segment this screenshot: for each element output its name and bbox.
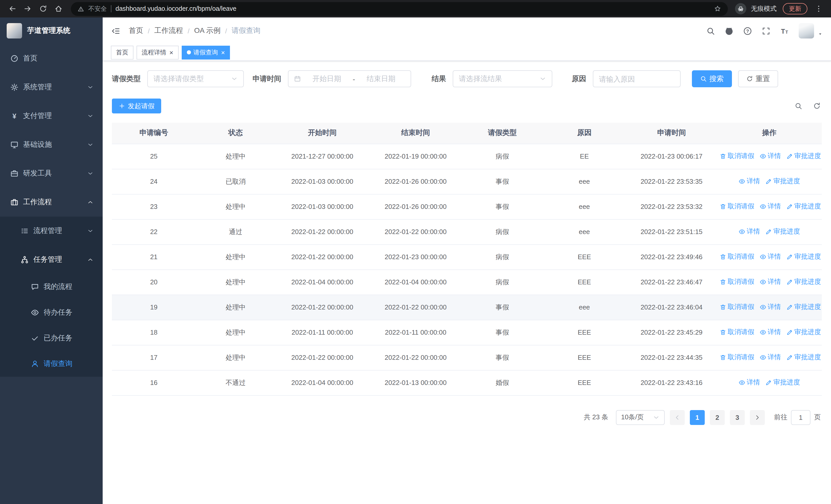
row-action-progress[interactable]: 审批进度 (765, 378, 800, 387)
browser-home-icon[interactable] (51, 2, 66, 16)
pen-icon (786, 254, 793, 260)
leave-type-select[interactable]: 请选择请假类型 (147, 70, 244, 87)
apply-time-range-picker[interactable]: 开始日期 - 结束日期 (288, 70, 411, 87)
help-icon[interactable]: ? (743, 26, 752, 35)
page-number-button[interactable]: 3 (730, 410, 745, 425)
reason-input[interactable] (599, 75, 675, 83)
bookmark-star-icon[interactable] (714, 5, 721, 12)
sidebar-item-请假查询[interactable]: 请假查询 (0, 351, 103, 377)
row-action-cancel[interactable]: 取消请假 (719, 152, 754, 161)
table-row[interactable]: 24已取消2022-01-03 00:00:002022-01-26 00:00… (112, 169, 822, 194)
page-number-button[interactable]: 1 (690, 410, 705, 425)
sidebar-item-系统管理[interactable]: 系统管理 (0, 73, 103, 101)
row-action-progress[interactable]: 审批进度 (765, 227, 800, 236)
breadcrumb-item[interactable]: 工作流程 (154, 26, 183, 35)
breadcrumb-item[interactable]: OA 示例 (194, 26, 221, 35)
font-size-icon[interactable]: TT (780, 26, 789, 35)
row-action-cancel[interactable]: 取消请假 (719, 277, 754, 287)
row-action-progress[interactable]: 审批进度 (786, 302, 821, 312)
tab-close-icon[interactable]: × (169, 49, 173, 56)
row-action-progress[interactable]: 审批进度 (786, 202, 821, 211)
row-action-progress[interactable]: 审批进度 (765, 177, 800, 186)
cell-apply-time: 2022-01-22 23:45:29 (626, 320, 717, 345)
browser-back-icon[interactable] (5, 2, 20, 16)
app-title: 芋道管理系统 (27, 26, 70, 35)
sidebar-item-研发工具[interactable]: 研发工具 (0, 159, 103, 188)
sidebar-item-已办任务[interactable]: 已办任务 (0, 325, 103, 351)
table-row[interactable]: 16不通过2022-01-04 00:00:002022-01-13 00:00… (112, 370, 822, 395)
table-row[interactable]: 21处理中2022-01-22 00:00:002022-01-23 00:00… (112, 244, 822, 269)
row-action-cancel[interactable]: 取消请假 (719, 202, 754, 211)
sidebar-item-基础设施[interactable]: 基础设施 (0, 130, 103, 159)
table-row[interactable]: 20处理中2022-01-04 00:00:002022-01-04 00:00… (112, 269, 822, 295)
row-action-detail[interactable]: 详情 (739, 378, 760, 387)
cell-actions: 详情审批进度 (717, 370, 822, 395)
browser-forward-icon[interactable] (21, 2, 35, 16)
reset-button[interactable]: 重置 (738, 70, 778, 87)
page-number-button[interactable]: 2 (710, 410, 725, 425)
tab-首页[interactable]: 首页 (111, 46, 134, 59)
toggle-search-icon[interactable] (795, 102, 802, 110)
goto-page-input[interactable] (791, 410, 810, 425)
table-row[interactable]: 22通过2022-01-22 00:00:002022-01-22 00:00:… (112, 219, 822, 244)
row-action-detail[interactable]: 详情 (760, 302, 781, 312)
logo[interactable]: 芋道管理系统 (0, 18, 103, 44)
search-button[interactable]: 搜索 (692, 70, 732, 87)
address-bar[interactable]: 不安全 dashboard.yudao.iocoder.cn/bpm/oa/le… (71, 2, 728, 16)
cell-apply-time: 2022-01-22 23:46:04 (626, 295, 717, 320)
row-action-detail[interactable]: 详情 (739, 227, 760, 236)
table-row[interactable]: 19处理中2022-01-22 00:00:002022-01-22 00:00… (112, 295, 822, 320)
browser-update-button[interactable]: 更新 (783, 3, 807, 14)
table-row[interactable]: 25处理中2021-12-27 00:00:002022-01-19 00:00… (112, 144, 822, 169)
create-leave-button[interactable]: 发起请假 (112, 98, 161, 113)
row-action-detail[interactable]: 详情 (760, 328, 781, 337)
tab-close-icon[interactable]: × (221, 49, 225, 56)
sidebar-item-首页[interactable]: 首页 (0, 44, 103, 73)
row-action-cancel[interactable]: 取消请假 (719, 252, 754, 262)
row-action-cancel[interactable]: 取消请假 (719, 353, 754, 362)
cell-leave-type: 事假 (462, 295, 543, 320)
cell-leave-type: 事假 (462, 345, 543, 370)
row-action-cancel[interactable]: 取消请假 (719, 328, 754, 337)
browser-menu-icon[interactable] (811, 2, 826, 16)
fullscreen-icon[interactable] (762, 26, 770, 35)
chevron-down-icon (231, 76, 238, 82)
row-action-detail[interactable]: 详情 (760, 277, 781, 287)
row-action-progress[interactable]: 审批进度 (786, 353, 821, 362)
row-action-progress[interactable]: 审批进度 (786, 152, 821, 161)
table-row[interactable]: 17处理中2022-01-22 00:00:002022-01-22 00:00… (112, 345, 822, 370)
refresh-table-icon[interactable] (813, 102, 821, 110)
sidebar-item-任务管理[interactable]: 任务管理 (0, 245, 103, 274)
row-action-progress[interactable]: 审批进度 (786, 252, 821, 262)
tab-流程详情[interactable]: 流程详情× (137, 46, 178, 59)
sidebar-item-我的流程[interactable]: 我的流程 (0, 274, 103, 300)
search-icon[interactable] (706, 26, 715, 35)
github-icon[interactable] (725, 26, 734, 35)
sidebar-item-支付管理[interactable]: ¥支付管理 (0, 101, 103, 130)
sidebar-item-待办任务[interactable]: 待办任务 (0, 300, 103, 325)
row-action-progress[interactable]: 审批进度 (786, 277, 821, 287)
row-action-detail[interactable]: 详情 (760, 252, 781, 262)
sidebar-item-工作流程[interactable]: 工作流程 (0, 188, 103, 216)
table-row[interactable]: 18处理中2022-01-11 00:00:002022-01-11 00:00… (112, 320, 822, 345)
page-size-select[interactable]: 10条/页 (616, 410, 665, 425)
row-action-detail[interactable]: 详情 (760, 353, 781, 362)
row-action-detail[interactable]: 详情 (760, 152, 781, 161)
cell-actions: 详情审批进度 (717, 169, 822, 194)
row-action-cancel[interactable]: 取消请假 (719, 302, 754, 312)
goto-label: 前往 (774, 413, 787, 422)
result-select[interactable]: 请选择流结果 (453, 70, 552, 87)
row-action-detail[interactable]: 详情 (760, 202, 781, 211)
table-row[interactable]: 23处理中2022-01-03 00:00:002022-01-26 00:00… (112, 194, 822, 219)
next-page-button[interactable] (750, 410, 765, 425)
breadcrumb-item[interactable]: 首页 (129, 26, 143, 35)
row-action-progress[interactable]: 审批进度 (786, 328, 821, 337)
browser-reload-icon[interactable] (36, 2, 50, 16)
tab-请假查询[interactable]: 请假查询× (181, 46, 230, 59)
prev-page-button[interactable] (670, 410, 685, 425)
avatar-caret-icon[interactable] (818, 31, 823, 36)
user-avatar[interactable] (799, 23, 814, 38)
row-action-detail[interactable]: 详情 (739, 177, 760, 186)
sidebar-item-流程管理[interactable]: 流程管理 (0, 216, 103, 245)
sidebar-collapse-icon[interactable] (111, 26, 121, 36)
